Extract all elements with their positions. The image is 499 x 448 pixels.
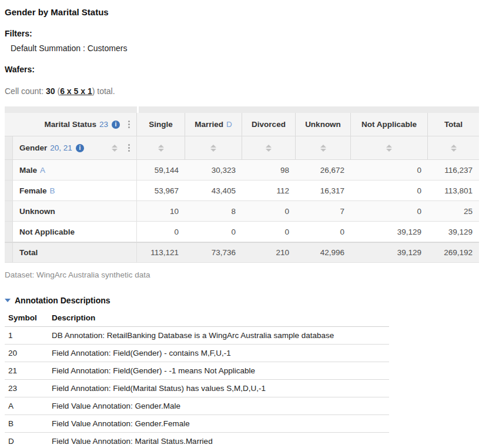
table-top-strip-left <box>5 106 137 113</box>
table-top-strip <box>5 106 479 113</box>
annotation-symbol: 1 <box>5 331 52 340</box>
data-cell: 113,801 <box>428 180 479 200</box>
sort-icon[interactable] <box>112 145 118 152</box>
column-field-header: Marital Status 23 i <box>5 113 137 136</box>
annotation-description: Field Value Annotation: Gender.Female <box>52 419 389 428</box>
annotation-description: Field Annotation: Field(Gender) - -1 mea… <box>52 366 389 375</box>
data-cell: 42,996 <box>296 243 351 262</box>
annotation-row: D Field Value Annotation: Marital Status… <box>5 433 389 448</box>
column-field-menu-icon[interactable] <box>127 119 131 129</box>
cell-count-mid: ( <box>55 86 61 96</box>
data-cell: 16,317 <box>296 180 351 200</box>
data-cell: 30,323 <box>185 160 242 180</box>
sort-icon[interactable] <box>158 145 164 152</box>
sort-cell-divorced <box>242 136 296 159</box>
row-field-annotation-refs: 20, 21 <box>50 143 72 152</box>
page-title: Gender by Marital Status <box>5 7 494 17</box>
gutter-cell <box>5 201 13 221</box>
annotation-row: B Field Value Annotation: Gender.Female <box>5 415 389 433</box>
annotation-symbol: 23 <box>5 384 52 393</box>
sort-icon[interactable] <box>386 145 392 152</box>
gutter-cell <box>5 136 13 159</box>
gutter-cell <box>5 243 13 262</box>
row-label: Not Applicable <box>13 222 137 242</box>
data-cell: 210 <box>242 243 296 262</box>
table-top-strip-right <box>139 106 479 113</box>
collapse-triangle-icon <box>5 299 11 302</box>
annotation-symbol: 20 <box>5 349 52 357</box>
sort-icon[interactable] <box>210 145 216 152</box>
data-cell: 10 <box>137 201 185 221</box>
data-cell: 98 <box>242 160 296 180</box>
annotation-row: 23 Field Annotation: Field(Marital Statu… <box>5 380 389 397</box>
sort-icon[interactable] <box>320 145 326 152</box>
data-cell: 0 <box>351 201 428 221</box>
data-cell: 0 <box>351 160 428 180</box>
data-cell: 7 <box>296 201 351 221</box>
data-cell: 0 <box>242 201 296 221</box>
column-header-divorced: Divorced <box>242 113 296 136</box>
row-label: Unknown <box>13 201 137 221</box>
data-cell: 26,672 <box>296 160 351 180</box>
info-icon[interactable]: i <box>76 144 84 152</box>
data-cell: 0 <box>296 222 351 242</box>
column-header-single: Single <box>137 113 185 136</box>
annotation-description: Field Value Annotation: Gender.Male <box>52 402 389 410</box>
data-cell: 0 <box>351 180 428 200</box>
info-icon[interactable]: i <box>112 121 120 129</box>
column-header-unknown: Unknown <box>296 113 351 136</box>
description-column-header: Description <box>52 313 389 322</box>
annotation-descriptions-title: Annotation Descriptions <box>15 296 110 305</box>
data-cell: 8 <box>185 201 242 221</box>
data-cell: 39,129 <box>428 222 479 242</box>
cell-dimensions-link[interactable]: 6 x 5 x 1 <box>60 86 92 96</box>
row-field-header: Gender 20, 21 i <box>13 136 137 159</box>
sort-icon[interactable] <box>451 145 457 152</box>
row-label: FemaleB <box>13 180 137 200</box>
row-field-menu-icon[interactable] <box>127 143 131 153</box>
annotation-row: A Field Value Annotation: Gender.Male <box>5 397 389 415</box>
data-cell: 39,129 <box>351 243 428 262</box>
data-cell: 0 <box>185 222 242 242</box>
married-annotation-ref: D <box>226 120 232 129</box>
annotation-table: Symbol Description 1 DB Annotation: Reta… <box>5 313 389 448</box>
annotation-symbol: A <box>5 402 52 410</box>
annotation-description: Field Annotation: Field(Gender) - contai… <box>52 349 389 357</box>
sort-cell-married <box>185 136 242 159</box>
row-field-name: Gender <box>19 143 47 152</box>
report-page: Gender by Marital Status Filters: Defaul… <box>0 0 499 448</box>
data-cell: 116,237 <box>428 160 479 180</box>
column-header-married: MarriedD <box>185 113 242 136</box>
annotation-row: 1 DB Annotation: RetailBanking Database … <box>5 327 389 345</box>
annotation-symbol: 21 <box>5 366 52 375</box>
data-cell: 113,121 <box>137 243 185 262</box>
row-field-header-row: Gender 20, 21 i <box>5 136 479 160</box>
annotation-descriptions-toggle[interactable]: Annotation Descriptions <box>5 296 494 305</box>
row-annotation-ref: B <box>50 186 55 195</box>
annotation-table-header: Symbol Description <box>5 313 389 327</box>
filters-label: Filters: <box>5 29 494 38</box>
column-header-not-applicable: Not Applicable <box>351 113 428 136</box>
row-label: MaleA <box>13 160 137 180</box>
column-header-row: Marital Status 23 i Single MarriedD Divo… <box>5 113 479 136</box>
sort-icon[interactable] <box>266 145 272 152</box>
annotation-description: Field Annotation: Field(Marital Status) … <box>52 384 389 393</box>
annotation-description: Field Value Annotation: Marital Status.M… <box>52 437 389 446</box>
cell-count-line: Cell count: 30 (6 x 5 x 1) total. <box>5 86 494 96</box>
data-cell: 43,405 <box>185 180 242 200</box>
data-cell: 269,192 <box>428 243 479 262</box>
symbol-column-header: Symbol <box>5 313 52 322</box>
data-cell: 53,967 <box>137 180 185 200</box>
wafers-label: Wafers: <box>5 65 494 74</box>
cell-count-value: 30 <box>46 86 55 96</box>
dataset-note: Dataset: WingArc Australia synthetic dat… <box>5 270 494 279</box>
sort-cell-single <box>137 136 185 159</box>
gutter-cell <box>5 160 13 180</box>
table-row-total: Total 113,121 73,736 210 42,996 39,129 2… <box>5 242 479 263</box>
column-field-annotation-refs: 23 <box>99 120 108 129</box>
data-cell: 25 <box>428 201 479 221</box>
gutter-cell <box>5 222 13 242</box>
table-row-not-applicable: Not Applicable 0 0 0 0 39,129 39,129 <box>5 222 479 242</box>
sort-cell-unknown <box>296 136 351 159</box>
annotation-row: 20 Field Annotation: Field(Gender) - con… <box>5 345 389 362</box>
